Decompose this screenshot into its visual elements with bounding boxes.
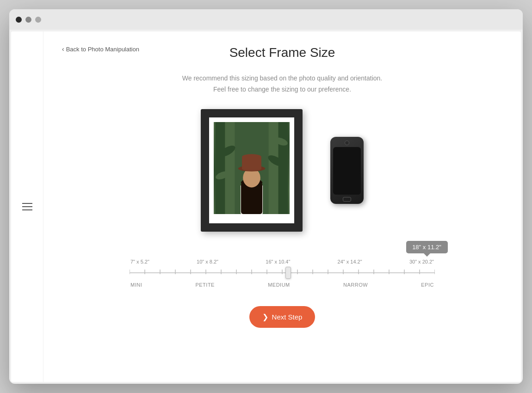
chevron-left-icon: ‹ xyxy=(62,45,64,53)
frame-section xyxy=(62,109,502,232)
size-tooltip: 18" x 11.2" xyxy=(406,241,448,253)
name-label-medium: MEDIUM xyxy=(268,282,290,288)
maximize-button[interactable] xyxy=(35,17,41,23)
subtitle-line1: We recommend this sizing based on the ph… xyxy=(62,73,502,84)
size-labels: 7" x 5.2" 10" x 8.2" 16" x 10.4" 24" x 1… xyxy=(130,259,435,264)
main-content: ‹ Back to Photo Manipulation Select Fram… xyxy=(43,31,521,382)
slider-section: 18" x 11.2" 7" x 5.2" 10" x 8.2" 16" x 1… xyxy=(120,241,444,288)
back-link-label: Back to Photo Manipulation xyxy=(66,46,139,53)
name-label-narrow: NARROW xyxy=(343,282,368,288)
frame-photo xyxy=(214,122,290,214)
svg-point-16 xyxy=(242,154,261,160)
content-area: ‹ Back to Photo Manipulation Select Fram… xyxy=(11,31,521,382)
app-window: ‹ Back to Photo Manipulation Select Fram… xyxy=(9,9,523,384)
slider-track-container[interactable] xyxy=(130,266,435,279)
subtitle: We recommend this sizing based on the ph… xyxy=(62,73,502,95)
frame-mat xyxy=(209,117,294,223)
name-label-mini: MINI xyxy=(130,282,142,288)
arrow-right-icon: ❯ xyxy=(262,313,268,321)
size-label-petite-dim: 10" x 8.2" xyxy=(197,259,218,264)
name-labels: MINI PETITE MEDIUM NARROW EPIC xyxy=(130,282,435,288)
hamburger-line xyxy=(22,206,32,207)
slider-track xyxy=(130,272,435,273)
frame-wrapper xyxy=(201,109,303,232)
phone-reference xyxy=(330,137,364,204)
back-link[interactable]: ‹ Back to Photo Manipulation xyxy=(62,45,139,53)
tooltip-container: 18" x 11.2" xyxy=(130,241,435,257)
svg-rect-4 xyxy=(269,122,278,214)
minimize-button[interactable] xyxy=(25,17,31,23)
name-label-epic: EPIC xyxy=(421,282,434,288)
picture-frame xyxy=(201,109,303,232)
subtitle-line2: Feel free to change the sizing to our pr… xyxy=(62,84,502,95)
hamburger-line xyxy=(22,203,32,204)
hamburger-line xyxy=(22,209,32,210)
titlebar xyxy=(9,9,523,30)
close-button[interactable] xyxy=(16,17,22,23)
size-label-mini-dim: 7" x 5.2" xyxy=(130,259,149,264)
next-step-button[interactable]: ❯ Next Step xyxy=(249,306,315,328)
slider-thumb[interactable] xyxy=(285,267,291,279)
phone-home-button xyxy=(343,197,351,202)
phone-screen xyxy=(333,147,361,195)
svg-rect-3 xyxy=(225,122,235,214)
next-btn-label: Next Step xyxy=(272,313,303,321)
size-label-epic-dim: 30" x 20.2" xyxy=(409,259,434,264)
size-label-medium-dim: 16" x 10.4" xyxy=(266,259,290,264)
menu-button[interactable] xyxy=(22,203,32,210)
name-label-petite: PETITE xyxy=(195,282,215,288)
sidebar xyxy=(11,31,43,382)
size-label-narrow-dim: 24" x 14.2" xyxy=(338,259,362,264)
btn-container: ❯ Next Step xyxy=(62,297,502,328)
